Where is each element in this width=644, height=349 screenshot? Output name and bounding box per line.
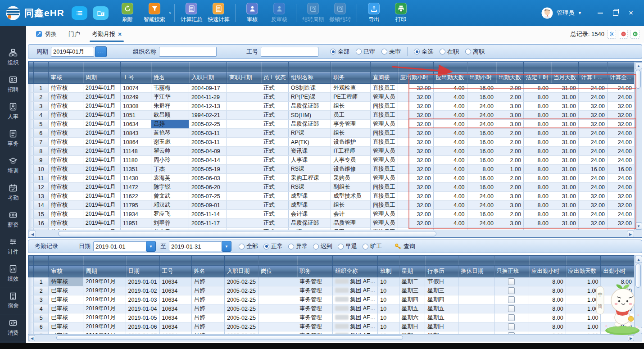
cell[interactable]: 12 (34, 183, 49, 192)
cell[interactable]: 16.00 (467, 183, 496, 192)
cell[interactable]: 待审核 (48, 210, 83, 219)
cell[interactable]: 集团 AE... (333, 277, 378, 286)
cell[interactable]: 31.00 (551, 111, 578, 120)
cell[interactable]: 32.00 (398, 84, 433, 93)
cell[interactable]: 8.00 (523, 129, 551, 138)
cell[interactable]: 2019年01月 (83, 313, 126, 322)
column-header[interactable]: 法定工时 (523, 72, 551, 84)
table-row[interactable]: 1待审核2019年01月2019-01-0110634吕婷2005-02-25事… (29, 277, 635, 286)
cell[interactable]: 星期五 (425, 313, 458, 322)
grid2-vertical-scrollbar[interactable]: ▲ ▼ (634, 255, 642, 335)
column-header[interactable]: 员工状态 (261, 72, 288, 84)
cell[interactable] (227, 93, 261, 102)
cell[interactable]: 星期六 (399, 313, 425, 322)
cell[interactable]: 16.00 (467, 156, 496, 165)
cell[interactable]: 3 (34, 295, 49, 304)
cell[interactable]: 事务管理 (297, 286, 332, 295)
cell[interactable]: 32.00 (398, 219, 433, 228)
toolbar-button-打印[interactable]: 打印 (387, 2, 414, 24)
cell[interactable]: 2 (34, 286, 49, 295)
cell[interactable]: 事务管理 (297, 277, 332, 286)
cell[interactable]: 1051 (120, 111, 151, 120)
cell[interactable]: 4 (34, 111, 49, 120)
column-header[interactable]: 应出勤天数 (433, 72, 467, 84)
table-row[interactable]: 8待审核2019年01月11148瞿云帅2005-04-09正式资讯课IT工程师… (29, 147, 635, 156)
cell[interactable]: 16.00 (467, 93, 496, 102)
cell[interactable]: OS制造课 (288, 84, 331, 93)
cell[interactable]: 组长 (331, 129, 371, 138)
cell[interactable]: AP(TK) (288, 138, 331, 147)
cell[interactable]: 8.00 (523, 138, 551, 147)
cell[interactable] (227, 183, 261, 192)
cell[interactable]: 直接员工 (370, 111, 398, 120)
cell[interactable]: 待审核 (48, 219, 83, 228)
cell[interactable]: 32.00 (398, 93, 433, 102)
radio-option-离职[interactable]: 离职 (465, 48, 485, 56)
cell[interactable]: 10 (378, 277, 399, 286)
table-row[interactable]: 3待审核2019年01月10308朱群祥2004-12-13正式品质保证部组长间… (29, 102, 635, 111)
cell[interactable]: 2019年01月 (83, 111, 120, 120)
table-row[interactable]: 3已审核2019年01月2019-01-0310634吕婷2005-02-25事… (29, 295, 635, 304)
cell[interactable]: 星期日 (425, 322, 458, 331)
cell[interactable] (258, 304, 297, 313)
cell[interactable]: 16.00 (578, 165, 607, 174)
cell[interactable]: 11148 (120, 147, 151, 156)
cell[interactable]: RP(PE)课 (288, 93, 331, 102)
cell[interactable]: 8.00 (529, 322, 566, 331)
cell[interactable]: 1.00 (566, 295, 601, 304)
cell[interactable]: 采购工程课 (288, 174, 331, 183)
cell[interactable]: 间接员工 (370, 183, 398, 192)
cell[interactable]: 24.00 (467, 120, 496, 129)
cell[interactable]: 32.00 (608, 120, 635, 129)
cell[interactable]: 2019年01月 (83, 201, 120, 210)
cell[interactable]: 24.00 (467, 102, 496, 111)
cell[interactable]: 2.00 (496, 138, 523, 147)
radio-option-未审[interactable]: 未审 (381, 48, 401, 56)
column-header[interactable]: 直间接 (370, 72, 398, 84)
cell[interactable]: 24.00 (467, 219, 496, 228)
column-header[interactable]: 组织名称 (288, 72, 331, 84)
cell[interactable]: 31.00 (551, 84, 578, 93)
cell[interactable]: 2019年01月 (83, 120, 120, 129)
cell[interactable]: 24.00 (578, 174, 607, 183)
cell[interactable]: 组长 (331, 102, 371, 111)
cell[interactable]: SD(HM) (288, 111, 331, 120)
tab-portal[interactable]: 门户 (63, 26, 86, 42)
cell[interactable]: RP课 (288, 129, 331, 138)
cell[interactable]: 8.00 (529, 304, 566, 313)
cell[interactable]: 4.00 (433, 111, 467, 120)
scroll-down-icon[interactable]: ▼ (635, 327, 642, 334)
cell[interactable]: 3.00 (496, 201, 523, 210)
cell[interactable]: 8.00 (467, 165, 496, 174)
cell[interactable]: 2005-02-25 (225, 286, 259, 295)
cell[interactable]: 2019-01-02 (126, 286, 159, 295)
cell[interactable]: 11351 (120, 165, 151, 174)
cell[interactable]: 2004-09-17 (189, 84, 227, 93)
swap-shift-checkbox[interactable] (508, 305, 515, 312)
cell[interactable]: 2005-07-25 (189, 192, 227, 201)
cell[interactable]: 32.00 (398, 111, 433, 120)
cell[interactable]: 吕婷 (191, 286, 225, 295)
cell[interactable]: 8.00 (523, 147, 551, 156)
cell[interactable] (258, 277, 297, 286)
cell[interactable]: 10634 (159, 322, 191, 331)
table-row[interactable]: 7待审核2019年01月10864谢玉彪2005-03-11正式AP(TK)设备… (29, 138, 635, 147)
cell[interactable]: 待审核 (48, 129, 83, 138)
sidebar-item-组织[interactable]: 组织 (0, 44, 26, 71)
cell[interactable]: 10634 (120, 120, 151, 129)
cell[interactable]: 品质保证部 (288, 120, 331, 129)
table-row[interactable]: 6待审核2019年01月10843蓝艳琴2005-03-11正式RP课组长间接员… (29, 129, 635, 138)
grid1-vertical-scrollbar[interactable]: ▲ ▼ (634, 62, 642, 230)
cell[interactable]: 24.00 (467, 111, 496, 120)
cell[interactable]: 集团 AE... (333, 322, 378, 331)
cell[interactable]: 8.00 (601, 295, 635, 304)
radio-icon[interactable] (363, 244, 368, 249)
cell[interactable]: 组长 (331, 201, 371, 210)
cell[interactable]: 10634 (159, 286, 191, 295)
toolbar-button-智能搜索[interactable]: 智能搜索 (141, 2, 168, 24)
cell[interactable]: 韦丽梅 (151, 84, 189, 93)
column-header[interactable]: 出勤小时 (601, 266, 635, 277)
cell[interactable]: 吕婷 (191, 304, 225, 313)
cell[interactable]: 32.00 (578, 201, 607, 210)
cell[interactable]: 32.00 (608, 192, 635, 201)
